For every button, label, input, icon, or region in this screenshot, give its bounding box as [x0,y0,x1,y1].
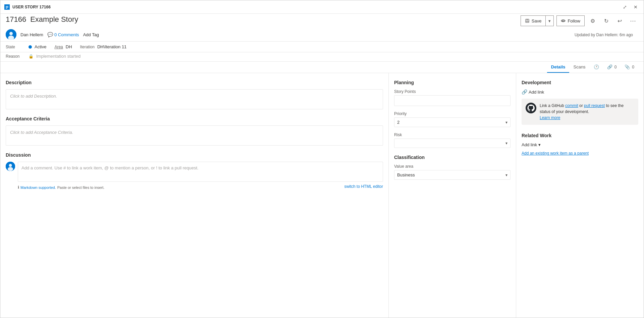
story-points-label: Story Points [394,89,511,94]
tab-links[interactable]: 🔗 0 [603,62,621,73]
comment-input[interactable]: Add a comment. Use # to link a work item… [18,162,383,182]
save-button-group: Save ▾ [521,15,554,26]
discussion-title: Discussion [6,152,383,158]
reason-field: Reason 🔒 Implementation started [6,54,80,59]
development-section: Development 🔗 Add link Link a GitHub com… [522,80,638,125]
github-pr-link[interactable]: pull request [584,103,605,108]
title-bar-actions: ⤢ ✕ [621,4,640,10]
iteration-label: Iteration [80,45,95,49]
tab-history[interactable]: 🕐 [590,62,603,73]
tab-attachments[interactable]: 📎 0 [621,62,638,73]
svg-point-13 [8,167,13,171]
area-field: Area DH [54,44,72,49]
classification-section: Classification Value area Business ▾ [394,155,511,180]
commenter-avatar-image [6,162,15,171]
more-options-button[interactable]: ⋯ [628,15,638,26]
updated-info-area: Updated by Dan Hellem: 6m ago [569,32,638,37]
area-label: Area [54,45,63,49]
risk-label: Risk [394,132,511,137]
description-editor[interactable]: Click to add Description. [6,89,383,109]
add-link-icon: 🔗 [522,89,527,95]
priority-chevron-icon: ▾ [505,120,507,125]
iteration-value[interactable]: DH\Iteration 11 [97,44,126,49]
value-area-select[interactable]: Business ▾ [394,170,511,180]
priority-label: Priority [394,111,511,116]
attachment-icon: 📎 [625,64,630,69]
comments-tag-area: 💬 0 Comments Add Tag [47,31,99,39]
title-bar: USER STORY 17166 ⤢ ✕ [0,0,644,14]
tab-details[interactable]: Details [547,62,570,73]
priority-value: 2 [397,120,399,125]
close-button[interactable]: ✕ [632,4,640,10]
related-add-link-button[interactable]: Add link ▾ [522,142,638,147]
comment-placeholder: Add a comment. Use # to link a work item… [21,165,199,170]
work-item-name[interactable]: Example Story [30,15,78,24]
classification-title: Classification [394,155,511,160]
svg-rect-2 [6,7,8,8]
author-name: Dan Hellem [20,32,43,37]
planning-title: Planning [394,80,511,85]
story-points-input[interactable] [394,95,511,106]
save-button[interactable]: Save [521,16,546,26]
github-box: Link a GitHub commit or pull request to … [522,99,638,125]
author-area: Dan Hellem 💬 0 Comments Add Tag [6,29,99,40]
discussion-section: Discussion Add a comment. Use # to link … [6,152,383,190]
iteration-field: Iteration DH\Iteration 11 [80,44,127,49]
save-dropdown-button[interactable]: ▾ [545,16,553,26]
svg-rect-3 [6,8,7,9]
refresh-button[interactable]: ↻ [601,15,611,26]
risk-chevron-icon: ▾ [505,141,507,146]
svg-rect-1 [6,6,8,7]
work-item-icon [4,4,10,10]
add-parent-link[interactable]: Add an existing work item as a parent [522,151,589,156]
svg-point-9 [9,32,13,35]
svg-point-12 [9,164,12,167]
updated-info: Updated by Dan Hellem: 6m ago [569,31,638,39]
related-work-title: Related Work [522,133,638,138]
github-commit-link[interactable]: commit [565,103,578,108]
comments-link[interactable]: 💬 0 Comments [47,32,79,37]
reason-row: Reason 🔒 Implementation started [0,52,644,62]
reason-value[interactable]: Implementation started [36,54,80,59]
undo-button[interactable]: ↩ [614,15,625,26]
main-content: Description Click to add Description. Ac… [0,73,644,318]
work-item-header: 17166 Example Story Save ▾ [0,14,644,28]
state-field: State Active [6,44,46,49]
dev-add-link-button[interactable]: 🔗 Add link [522,89,638,95]
title-bar-text: USER STORY 17166 [12,5,621,9]
markdown-supported-link[interactable]: Markdown supported. [20,186,56,190]
svg-point-7 [562,20,564,22]
lock-icon: 🔒 [29,54,34,59]
state-value[interactable]: Active [35,44,46,49]
settings-button[interactable]: ⚙ [587,15,598,26]
tab-scans[interactable]: Scans [569,62,589,73]
github-learn-more-link[interactable]: Learn more [540,115,560,120]
priority-field: Priority 2 ▾ [394,111,511,127]
risk-select[interactable]: ▾ [394,139,511,148]
avatar [6,29,16,40]
switch-editor-link[interactable]: switch to HTML editor [344,184,383,189]
svg-point-14 [526,103,536,113]
follow-button[interactable]: Follow [556,15,585,26]
area-value[interactable]: DH [66,44,72,49]
priority-select[interactable]: 2 ▾ [394,117,511,127]
avatar-image [6,29,16,40]
middle-column: Planning Story Points Priority 2 ▾ Risk … [389,73,516,318]
acceptance-criteria-editor[interactable]: Click to add Acceptance Criteria. [6,125,383,146]
comment-area: Add a comment. Use # to link a work item… [6,162,383,190]
value-area-chevron-icon: ▾ [505,173,507,177]
comment-input-wrapper: Add a comment. Use # to link a work item… [18,162,383,190]
add-tag-button[interactable]: Add Tag [83,32,99,37]
work-item-id: 17166 [6,15,26,24]
state-dot [29,45,32,49]
description-title: Description [6,80,383,85]
related-add-link-chevron-icon: ▾ [538,142,541,147]
expand-button[interactable]: ⤢ [621,4,629,10]
svg-rect-5 [526,19,528,20]
development-title: Development [522,80,638,85]
save-icon [525,18,530,23]
github-icon [526,103,536,113]
tab-bar: Details Scans 🕐 🔗 0 📎 0 [0,62,644,73]
description-placeholder: Click to add Description. [10,94,57,99]
state-row: State Active Area DH Iteration DH\Iterat… [0,42,644,52]
